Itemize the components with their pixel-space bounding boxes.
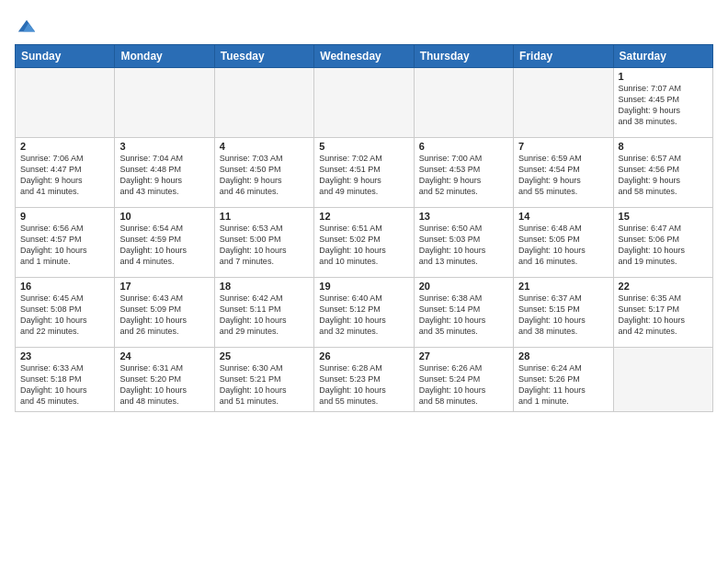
calendar-cell	[314, 68, 414, 138]
day-info: Sunrise: 6:24 AM Sunset: 5:26 PM Dayligh…	[518, 362, 608, 408]
day-number: 9	[20, 211, 109, 222]
calendar-cell: 14Sunrise: 6:48 AM Sunset: 5:05 PM Dayli…	[514, 208, 613, 278]
weekday-header-wednesday: Wednesday	[314, 45, 414, 68]
day-number: 14	[518, 211, 608, 222]
calendar-cell: 20Sunrise: 6:38 AM Sunset: 5:14 PM Dayli…	[414, 278, 513, 348]
day-number: 1	[619, 71, 708, 82]
calendar-cell: 8Sunrise: 6:57 AM Sunset: 4:56 PM Daylig…	[613, 138, 712, 208]
calendar-cell: 26Sunrise: 6:28 AM Sunset: 5:23 PM Dayli…	[314, 348, 414, 412]
calendar-cell: 3Sunrise: 7:04 AM Sunset: 4:48 PM Daylig…	[115, 138, 214, 208]
day-info: Sunrise: 6:42 AM Sunset: 5:11 PM Dayligh…	[220, 293, 309, 338]
day-number: 16	[20, 281, 109, 292]
day-info: Sunrise: 6:47 AM Sunset: 5:06 PM Dayligh…	[619, 223, 708, 268]
calendar-cell: 25Sunrise: 6:30 AM Sunset: 5:21 PM Dayli…	[214, 348, 313, 412]
weekday-header-monday: Monday	[115, 45, 214, 68]
calendar-cell: 17Sunrise: 6:43 AM Sunset: 5:09 PM Dayli…	[115, 278, 214, 348]
calendar-cell	[115, 68, 214, 138]
day-info: Sunrise: 6:40 AM Sunset: 5:12 PM Dayligh…	[319, 293, 408, 338]
calendar-cell: 24Sunrise: 6:31 AM Sunset: 5:20 PM Dayli…	[115, 348, 214, 412]
day-info: Sunrise: 6:33 AM Sunset: 5:18 PM Dayligh…	[20, 362, 109, 408]
day-info: Sunrise: 6:31 AM Sunset: 5:20 PM Dayligh…	[119, 362, 209, 408]
day-number: 13	[419, 211, 508, 222]
calendar-cell: 4Sunrise: 7:03 AM Sunset: 4:50 PM Daylig…	[214, 138, 313, 208]
day-info: Sunrise: 6:56 AM Sunset: 4:57 PM Dayligh…	[20, 223, 109, 268]
day-info: Sunrise: 6:53 AM Sunset: 5:00 PM Dayligh…	[220, 223, 309, 268]
day-number: 3	[119, 141, 209, 152]
calendar-cell: 13Sunrise: 6:50 AM Sunset: 5:03 PM Dayli…	[414, 208, 513, 278]
day-number: 28	[518, 350, 608, 362]
calendar-cell: 15Sunrise: 6:47 AM Sunset: 5:06 PM Dayli…	[613, 208, 712, 278]
calendar-cell: 1Sunrise: 7:07 AM Sunset: 4:45 PM Daylig…	[613, 68, 712, 138]
day-number: 24	[119, 350, 209, 362]
calendar-cell: 19Sunrise: 6:40 AM Sunset: 5:12 PM Dayli…	[314, 278, 414, 348]
calendar-cell: 23Sunrise: 6:33 AM Sunset: 5:18 PM Dayli…	[16, 348, 115, 412]
calendar-week-1: 1Sunrise: 7:07 AM Sunset: 4:45 PM Daylig…	[16, 68, 713, 138]
day-info: Sunrise: 6:50 AM Sunset: 5:03 PM Dayligh…	[419, 223, 508, 268]
day-info: Sunrise: 6:45 AM Sunset: 5:08 PM Dayligh…	[20, 293, 109, 338]
calendar-cell: 21Sunrise: 6:37 AM Sunset: 5:15 PM Dayli…	[514, 278, 613, 348]
day-number: 4	[220, 141, 309, 152]
calendar-cell: 27Sunrise: 6:26 AM Sunset: 5:24 PM Dayli…	[414, 348, 513, 412]
day-info: Sunrise: 6:51 AM Sunset: 5:02 PM Dayligh…	[319, 223, 408, 268]
calendar-cell: 9Sunrise: 6:56 AM Sunset: 4:57 PM Daylig…	[16, 208, 115, 278]
calendar-cell	[414, 68, 513, 138]
day-number: 22	[619, 281, 708, 292]
day-number: 5	[319, 141, 408, 152]
day-info: Sunrise: 6:26 AM Sunset: 5:24 PM Dayligh…	[419, 362, 508, 408]
calendar-cell: 18Sunrise: 6:42 AM Sunset: 5:11 PM Dayli…	[214, 278, 313, 348]
day-number: 20	[419, 281, 508, 292]
calendar-cell	[514, 68, 613, 138]
day-number: 2	[20, 141, 109, 152]
weekday-header-sunday: Sunday	[16, 45, 115, 68]
calendar-cell: 16Sunrise: 6:45 AM Sunset: 5:08 PM Dayli…	[16, 278, 115, 348]
calendar-cell: 11Sunrise: 6:53 AM Sunset: 5:00 PM Dayli…	[214, 208, 313, 278]
day-info: Sunrise: 6:59 AM Sunset: 4:54 PM Dayligh…	[518, 153, 608, 198]
calendar-cell	[613, 348, 712, 412]
logo-icon	[17, 17, 37, 37]
calendar-cell: 2Sunrise: 7:06 AM Sunset: 4:47 PM Daylig…	[16, 138, 115, 208]
day-number: 23	[20, 350, 109, 362]
day-number: 27	[419, 350, 508, 362]
calendar-week-3: 9Sunrise: 6:56 AM Sunset: 4:57 PM Daylig…	[16, 208, 713, 278]
day-number: 25	[220, 350, 309, 362]
weekday-header-friday: Friday	[514, 45, 613, 68]
day-number: 12	[319, 211, 408, 222]
day-number: 11	[220, 211, 309, 222]
calendar-cell: 22Sunrise: 6:35 AM Sunset: 5:17 PM Dayli…	[613, 278, 712, 348]
day-info: Sunrise: 7:00 AM Sunset: 4:53 PM Dayligh…	[419, 153, 508, 198]
day-number: 10	[119, 211, 209, 222]
day-info: Sunrise: 6:37 AM Sunset: 5:15 PM Dayligh…	[518, 293, 608, 338]
day-number: 18	[220, 281, 309, 292]
day-number: 26	[319, 350, 408, 362]
calendar-cell: 12Sunrise: 6:51 AM Sunset: 5:02 PM Dayli…	[314, 208, 414, 278]
day-info: Sunrise: 6:30 AM Sunset: 5:21 PM Dayligh…	[220, 362, 309, 408]
calendar-cell: 5Sunrise: 7:02 AM Sunset: 4:51 PM Daylig…	[314, 138, 414, 208]
day-info: Sunrise: 6:54 AM Sunset: 4:59 PM Dayligh…	[119, 223, 209, 268]
calendar-cell	[16, 68, 115, 138]
calendar-cell: 10Sunrise: 6:54 AM Sunset: 4:59 PM Dayli…	[115, 208, 214, 278]
day-number: 7	[518, 141, 608, 152]
day-number: 17	[119, 281, 209, 292]
calendar-week-2: 2Sunrise: 7:06 AM Sunset: 4:47 PM Daylig…	[16, 138, 713, 208]
calendar-week-5: 23Sunrise: 6:33 AM Sunset: 5:18 PM Dayli…	[16, 348, 713, 412]
page: SundayMondayTuesdayWednesdayThursdayFrid…	[0, 0, 728, 563]
calendar-week-4: 16Sunrise: 6:45 AM Sunset: 5:08 PM Dayli…	[16, 278, 713, 348]
day-number: 6	[419, 141, 508, 152]
calendar-cell	[214, 68, 313, 138]
day-info: Sunrise: 6:48 AM Sunset: 5:05 PM Dayligh…	[518, 223, 608, 268]
logo	[15, 18, 37, 37]
calendar-cell: 6Sunrise: 7:00 AM Sunset: 4:53 PM Daylig…	[414, 138, 513, 208]
weekday-header-tuesday: Tuesday	[214, 45, 313, 68]
weekday-header-saturday: Saturday	[613, 45, 712, 68]
day-info: Sunrise: 6:43 AM Sunset: 5:09 PM Dayligh…	[119, 293, 209, 338]
day-number: 8	[619, 141, 708, 152]
weekday-header-thursday: Thursday	[414, 45, 513, 68]
calendar-cell: 7Sunrise: 6:59 AM Sunset: 4:54 PM Daylig…	[514, 138, 613, 208]
day-info: Sunrise: 6:35 AM Sunset: 5:17 PM Dayligh…	[619, 293, 708, 338]
day-info: Sunrise: 6:57 AM Sunset: 4:56 PM Dayligh…	[619, 153, 708, 198]
day-info: Sunrise: 6:28 AM Sunset: 5:23 PM Dayligh…	[319, 362, 408, 408]
day-number: 19	[319, 281, 408, 292]
day-info: Sunrise: 7:03 AM Sunset: 4:50 PM Dayligh…	[220, 153, 309, 198]
day-info: Sunrise: 7:04 AM Sunset: 4:48 PM Dayligh…	[119, 153, 209, 198]
day-info: Sunrise: 7:02 AM Sunset: 4:51 PM Dayligh…	[319, 153, 408, 198]
